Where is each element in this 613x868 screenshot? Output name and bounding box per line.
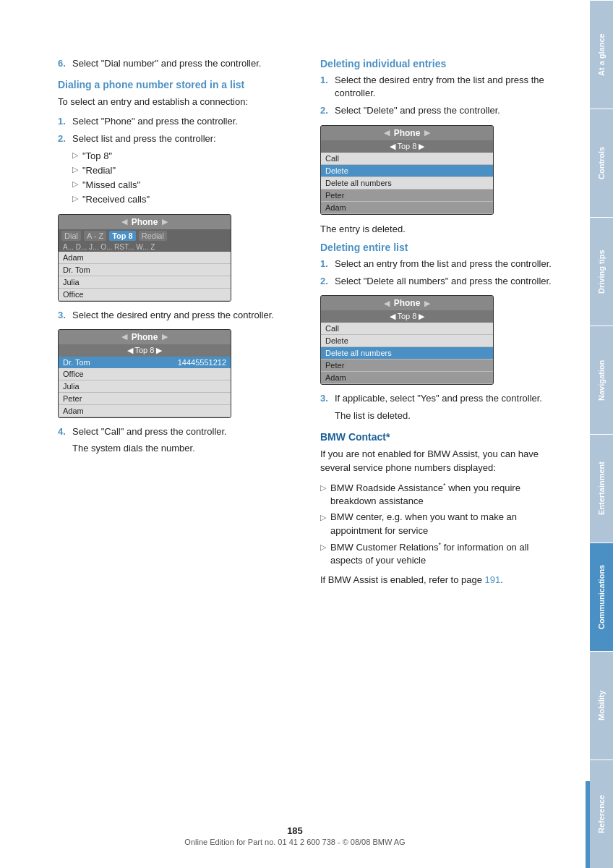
phone-selected-row-2: Dr. Tom 14445551212 (59, 357, 231, 368)
phone-arrow-left-1: ◀ (121, 217, 127, 226)
phone-arrow-left-4: ◀ (384, 299, 390, 308)
phone-arrow-right-1: ▶ (162, 217, 168, 226)
bmw-bullet-arrow-3: ▷ (320, 542, 326, 568)
step-1: 1. Select "Phone" and press the controll… (58, 115, 299, 128)
bmw-bullet-arrow-1: ▷ (320, 482, 326, 509)
step-4-note: The system dials the number. (72, 443, 299, 454)
phone-item-julia: Julia (59, 276, 231, 289)
right-step-1-num: 1. (320, 74, 335, 100)
step-6-text: Select "Dial number" and press the contr… (72, 58, 299, 69)
phone-arrow-left-3: ◀ (384, 128, 390, 137)
page-footer: 185 Online Edition for Part no. 01 41 2 … (0, 825, 590, 846)
bmw-contact-intro: If you are not enabled for BMW Assist, y… (320, 447, 561, 475)
step-2-num: 2. (58, 132, 72, 145)
right-sec2-step-3-text: If applicable, select "Yes" and press th… (335, 392, 561, 405)
phone-item4-deleteall: Delete all numbers (321, 347, 493, 359)
intro-text: To select an entry and establish a conne… (58, 95, 299, 109)
phone-item-office: Office (59, 289, 231, 301)
list-deleted-note: The list is deleted. (335, 410, 561, 421)
phone-tab-top8: Top 8 (109, 231, 136, 241)
phone-item4-delete: Delete (321, 335, 493, 347)
step-3-num: 3. (58, 309, 72, 322)
page-number: 185 (0, 825, 590, 836)
tab-controls[interactable]: Controls (590, 109, 613, 217)
phone-item3-call: Call (321, 153, 493, 165)
phone-item4-call: Call (321, 323, 493, 335)
step-6-num: 6. (58, 58, 72, 69)
phone-arrow-right-2: ▶ (162, 332, 168, 341)
footer-text: Online Edition for Part no. 01 41 2 600 … (184, 838, 405, 846)
phone-selected-name: Dr. Tom (63, 358, 90, 367)
delete-note: The entry is deleted. (320, 222, 561, 237)
phone-header-3: ◀ Phone ▶ (321, 126, 493, 140)
bmw-bullet-3-text: BMW Customer Relations* for information … (330, 540, 561, 568)
sub-bullet-missed: ▷ "Missed calls" (72, 179, 299, 192)
right-sec2-step-1-num: 1. (320, 258, 335, 271)
step-1-num: 1. (58, 115, 72, 128)
phone-title-2: Phone (132, 332, 158, 342)
phone-header-2: ◀ Phone ▶ (59, 330, 231, 344)
tab-entertainment[interactable]: Entertainment (590, 434, 613, 542)
phone-subheader-2: ◀ Top 8 ▶ (59, 344, 231, 357)
tab-communications[interactable]: Communications (590, 542, 613, 651)
step-2-text: Select list and press the controller: (72, 132, 299, 145)
phone-item4-peter: Peter (321, 359, 493, 372)
sub-bullet-redial-text: "Redial" (82, 164, 116, 177)
left-column: 6. Select "Dial number" and press the co… (58, 58, 299, 593)
phone-tab-dial: Dial (61, 231, 81, 241)
phone-header-4: ◀ Phone ▶ (321, 296, 493, 310)
phone-item3-deleteall: Delete all numbers (321, 177, 493, 190)
right-step-2: 2. Select "Delete" and press the control… (320, 104, 561, 117)
right-sec2-step-2: 2. Select "Delete all numbers" and press… (320, 275, 561, 288)
bmw-bullet-2: ▷ BMW center, e.g. when you want to make… (320, 511, 561, 537)
sub-bullet-top8-text: "Top 8" (82, 150, 112, 163)
tab-mobility[interactable]: Mobility (590, 651, 613, 760)
tab-at-a-glance[interactable]: At a glance (590, 0, 613, 109)
bmw-bullet-1: ▷ BMW Roadside Assistance* when you requ… (320, 481, 561, 509)
phone-item-adam: Adam (59, 252, 231, 264)
bmw-bullet-3: ▷ BMW Customer Relations* for informatio… (320, 540, 561, 568)
phone-breadcrumb-1: A... D... J... O... RST... W... Z (59, 242, 231, 252)
phone-sub-title-2: ◀ Top 8 ▶ (127, 346, 163, 355)
phone-screen-1: ◀ Phone ▶ Dial A - Z Top 8 Redial A... D… (58, 214, 231, 302)
accent-bar (586, 781, 590, 868)
phone-item2-adam: Adam (59, 405, 231, 417)
sub-bullet-top8: ▷ "Top 8" (72, 150, 299, 163)
phone-screen-3: ◀ Phone ▶ ◀ Top 8 ▶ Call Delete Delete a… (320, 125, 494, 215)
two-column-layout: 6. Select "Dial number" and press the co… (58, 58, 561, 593)
phone-arrow-right-4: ▶ (424, 299, 430, 308)
step-4-text: Select "Call" and press the controller. (72, 425, 299, 438)
phone-tab-redial: Redial (139, 231, 167, 241)
phone-item3-adam: Adam (321, 202, 493, 214)
bullet-arrow-1: ▷ (72, 150, 78, 163)
side-tab-bar: At a glance Controls Driving tips Naviga… (590, 0, 613, 868)
bmw-bullet-2-text: BMW center, e.g. when you want to make a… (330, 511, 561, 537)
phone-subheader-4: ◀ Top 8 ▶ (321, 310, 493, 323)
phone-item2-peter: Peter (59, 393, 231, 405)
tab-driving-tips[interactable]: Driving tips (590, 217, 613, 326)
step-1-text: Select "Phone" and press the controller. (72, 115, 299, 128)
tab-reference[interactable]: Reference (590, 760, 613, 868)
right-sec2-step-2-num: 2. (320, 275, 335, 288)
sub-bullet-redial: ▷ "Redial" (72, 164, 299, 177)
step-4: 4. Select "Call" and press the controlle… (58, 425, 299, 438)
bullet-arrow-4: ▷ (72, 193, 78, 206)
right-sec2-step-2-text: Select "Delete all numbers" and press th… (335, 275, 561, 288)
phone-tab-az: A - Z (84, 231, 106, 241)
step-2: 2. Select list and press the controller: (58, 132, 299, 145)
phone-title-1: Phone (132, 217, 158, 227)
bmw-bullet-arrow-2: ▷ (320, 512, 326, 537)
right-step-1: 1. Select the desired entry from the lis… (320, 74, 561, 100)
tab-navigation[interactable]: Navigation (590, 326, 613, 434)
phone-title-4: Phone (394, 298, 421, 308)
page-link-191[interactable]: 191 (485, 574, 501, 585)
phone-arrow-right-3: ▶ (424, 128, 430, 137)
dialing-section-heading: Dialing a phone number stored in a list (58, 79, 299, 90)
delete-individual-heading: Deleting individual entries (320, 58, 561, 69)
phone-item2-julia: Julia (59, 380, 231, 393)
bmw-bullet-1-text: BMW Roadside Assistance* when you requir… (330, 481, 561, 509)
sub-bullet-received-text: "Received calls" (82, 193, 150, 206)
phone-tabs-row-1: Dial A - Z Top 8 Redial (59, 229, 231, 242)
right-sec2-step-1-text: Select an entry from the list and press … (335, 258, 561, 271)
main-content: 6. Select "Dial number" and press the co… (0, 0, 590, 868)
